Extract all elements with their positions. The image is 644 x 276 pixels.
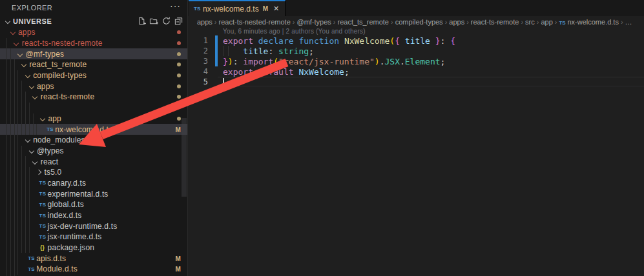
workspace-section-header[interactable]: UNIVERSE <box>0 15 187 27</box>
chevron-down-icon[interactable] <box>17 52 24 56</box>
sidebar-scrollbar-thumb[interactable] <box>182 118 187 197</box>
chevron-right-icon: › <box>537 18 539 26</box>
tree-row[interactable]: react-ts-nested-remote <box>0 38 187 49</box>
tree-row[interactable]: @mf-types <box>0 48 187 59</box>
breadcrumb-item[interactable]: TSnx-welcome.d.ts <box>559 18 618 26</box>
breadcrumb-item[interactable]: … <box>625 18 632 26</box>
chevron-down-icon[interactable] <box>28 84 35 88</box>
code-text: export default NxWelcome; <box>214 67 349 77</box>
git-modified-badge: M <box>176 126 181 133</box>
indent-guides <box>6 59 17 70</box>
tree-item-label: ts5.0 <box>45 168 62 177</box>
tree-row[interactable]: TScanary.d.ts <box>0 178 187 189</box>
tree-row[interactable]: TSjsx-runtime.d.ts <box>0 232 187 242</box>
explorer-actions <box>137 16 183 26</box>
tree-row[interactable]: TSapis.d.tsM <box>0 253 187 264</box>
tree-row[interactable]: compiled-types <box>0 70 187 81</box>
tree-item-label: canary.d.ts <box>48 179 86 188</box>
tree-row[interactable]: @types <box>0 146 187 157</box>
tab-label: nx-welcome.d.ts <box>203 5 259 14</box>
breadcrumb-item[interactable]: react-ts-nested-remote <box>219 18 291 26</box>
collapse-all-icon[interactable] <box>174 16 183 26</box>
tree-row[interactable]: node_modules <box>0 135 187 146</box>
tab-nx-welcome[interactable]: TS nx-welcome.d.ts M ✕ <box>189 0 286 16</box>
chevron-down-icon[interactable] <box>9 30 16 34</box>
code-editor[interactable]: 1export declare function NxWelcome({ tit… <box>188 35 644 87</box>
indent-guides <box>6 167 33 178</box>
tree-row[interactable]: app <box>0 113 187 124</box>
chevron-down-icon[interactable] <box>32 95 39 99</box>
code-line[interactable]: 5 <box>188 77 644 87</box>
ts-file-icon: TS <box>28 266 34 272</box>
indent-guides <box>6 264 21 275</box>
editor-area: TS nx-welcome.d.ts M ✕ apps›react-ts-nes… <box>188 0 644 276</box>
tree-row <box>0 103 187 113</box>
indent-guides <box>6 188 33 199</box>
more-actions-icon[interactable]: ··· <box>170 1 181 11</box>
breadcrumb-item[interactable]: @mf-types <box>296 18 331 26</box>
tree-row[interactable]: TSindex.d.ts <box>0 210 187 221</box>
ts-file-icon: TS <box>39 180 46 186</box>
tree-item-label: jsx-runtime.d.ts <box>48 232 102 241</box>
code-text: }): import("react/jsx-runtime").JSX.Elem… <box>214 57 445 66</box>
tree-row[interactable]: react_ts_remote <box>0 59 187 70</box>
breadcrumb-item[interactable]: apps <box>197 18 213 26</box>
new-file-icon[interactable] <box>137 16 147 26</box>
breadcrumb-item[interactable]: compiled-types <box>395 18 443 26</box>
indent-guides <box>6 232 33 242</box>
chevron-right-icon[interactable] <box>36 170 43 174</box>
chevron-right-icon: › <box>333 18 336 26</box>
chevron-down-icon[interactable] <box>24 74 31 77</box>
tree-row[interactable]: react-ts-remote <box>0 92 187 103</box>
code-line[interactable]: 1export declare function NxWelcome({ tit… <box>188 35 644 46</box>
ts-file-icon: TS <box>39 213 46 219</box>
tree-item-label: apps <box>18 28 36 37</box>
git-dot-badge <box>177 63 181 66</box>
tree-row[interactable]: {}package.json <box>0 242 187 253</box>
tree-item-label: react-ts-nested-remote <box>22 39 103 48</box>
tree-row[interactable]: TSjsx-dev-runtime.d.ts <box>0 221 187 232</box>
chevron-down-icon[interactable] <box>24 138 31 142</box>
chevron-right-icon: › <box>555 18 557 26</box>
chevron-down-icon[interactable] <box>20 63 27 66</box>
tree-row[interactable]: TSModule.d.tsM <box>0 264 187 275</box>
chevron-down-icon[interactable] <box>13 41 20 45</box>
breadcrumb-item[interactable]: react_ts_remote <box>337 18 388 26</box>
refresh-icon[interactable] <box>161 16 171 26</box>
breadcrumb-item[interactable]: react-ts-remote <box>471 18 519 26</box>
tree-item-label: Module.d.ts <box>36 264 78 273</box>
git-dot-badge <box>177 52 181 56</box>
chevron-down-icon <box>4 19 12 23</box>
ts-file-icon: TS <box>39 234 46 240</box>
tree-row[interactable]: TSglobal.d.ts <box>0 199 187 210</box>
tree-row[interactable]: apps <box>0 81 187 92</box>
code-line[interactable]: 3}): import("react/jsx-runtime").JSX.Ele… <box>188 56 644 66</box>
tree-item-label: @mf-types <box>26 50 65 59</box>
indent-guides <box>6 113 36 124</box>
new-folder-icon[interactable] <box>149 16 159 26</box>
indent-guides <box>6 92 29 103</box>
chevron-down-icon[interactable] <box>28 149 35 153</box>
breadcrumb-item[interactable]: app <box>541 18 552 26</box>
breadcrumb-item[interactable]: apps <box>449 18 464 26</box>
chevron-right-icon: › <box>621 18 623 26</box>
indent-guides <box>6 70 21 81</box>
breadcrumb-item[interactable]: src <box>525 18 535 26</box>
code-line[interactable]: 4export default NxWelcome; <box>188 66 644 77</box>
indent-guides <box>6 38 10 49</box>
tree-row[interactable]: TSexperimental.d.ts <box>0 188 187 199</box>
tree-row[interactable]: apps <box>0 27 187 38</box>
tree-row[interactable]: ts5.0 <box>0 167 187 178</box>
close-icon[interactable]: ✕ <box>273 5 279 13</box>
tree-row[interactable]: TSnx-welcome.d.tsM <box>0 124 187 135</box>
ts-file-icon: TS <box>559 20 565 26</box>
tree-row[interactable]: react <box>0 156 187 167</box>
tree-item-label: react <box>41 157 58 166</box>
explorer-title: EXPLORER <box>12 4 52 12</box>
indent-guides <box>6 124 40 135</box>
chevron-down-icon[interactable] <box>39 117 46 121</box>
code-line[interactable]: 2 title: string; <box>188 46 644 56</box>
git-dot-badge <box>177 117 181 121</box>
git-modified-badge: M <box>176 255 181 262</box>
chevron-down-icon[interactable] <box>32 160 39 164</box>
